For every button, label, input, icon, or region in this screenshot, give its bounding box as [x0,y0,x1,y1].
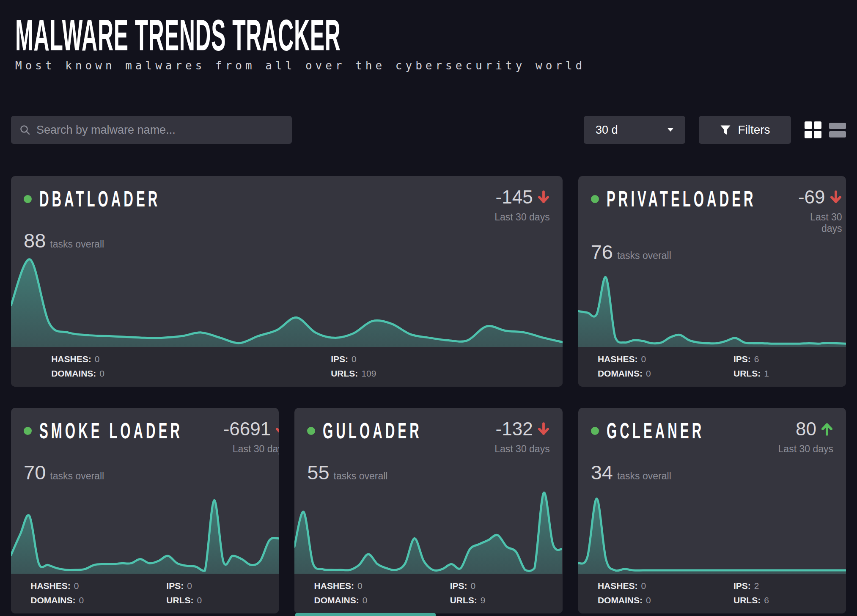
sparkline-chart [578,484,846,574]
trend-period-label: Last 30 days [494,212,549,223]
stat-ips: IPS:6 [733,354,846,364]
stat-ips: IPS:0 [331,354,562,364]
trend-period-label: Last 30 days [223,443,279,455]
search-icon [19,124,30,135]
trend-value: -6691 [223,419,271,439]
period-select[interactable]: 30 d [584,116,685,144]
stat-ips: IPS:0 [450,581,563,591]
trend-arrow-icon [821,422,833,436]
trend-arrow-icon [275,422,279,436]
stat-domains: DOMAINS:0 [30,595,166,605]
trend-arrow-icon [830,190,842,204]
status-dot [24,427,32,435]
card-stats-footer: HASHES:0 IPS:2 DOMAINS:0 URLS:6 [578,574,846,613]
page-subtitle: Most known malwares from all over the cy… [15,59,846,72]
malware-name: DBATLOADER [39,187,160,212]
stat-urls: URLS:9 [450,595,563,605]
malware-card[interactable]: SMOKE LOADER -6691 Last 30 days 70 tasks… [11,408,279,613]
sparkline-chart [11,252,563,347]
search-box[interactable] [11,116,292,144]
stat-urls: URLS:6 [733,595,846,605]
malware-name: SMOKE LOADER [39,419,183,443]
bottom-partial-bar [295,613,436,616]
sparkline-chart [294,484,562,574]
tasks-count-suffix: tasks overall [617,470,671,482]
stat-domains: DOMAINS:0 [314,595,450,605]
filters-button[interactable]: Filters [699,116,791,144]
malware-card[interactable]: GULOADER -132 Last 30 days 55 tasks over… [294,408,562,613]
stat-hashes: HASHES:0 [30,581,166,591]
trend-arrow-icon [537,422,550,436]
tasks-count-suffix: tasks overall [617,250,671,261]
tasks-count-suffix: tasks overall [334,470,388,482]
trend-arrow-icon [537,190,550,204]
tasks-count-suffix: tasks overall [50,239,104,250]
trend-period-label: Last 30 days [494,443,549,455]
status-dot [24,195,32,203]
malware-name: PRIVATELOADER [607,187,756,212]
tasks-count: 76 [591,240,613,264]
sparkline-chart [11,484,279,574]
chevron-down-icon [667,128,673,132]
trend-value: -145 [496,187,533,207]
status-dot [591,427,599,435]
grid-view-icon[interactable] [805,121,821,138]
trend-period-label: Last 30 days [778,443,833,455]
stat-urls: URLS:1 [733,368,846,379]
trend-value: -132 [496,419,533,439]
stat-domains: DOMAINS:0 [598,368,733,379]
stat-ips: IPS:0 [166,581,279,591]
card-stats-footer: HASHES:0 IPS:0 DOMAINS:0 URLS:0 [11,574,279,613]
card-stats-footer: HASHES:0 IPS:6 DOMAINS:0 URLS:1 [578,347,846,387]
status-dot [591,195,599,203]
tasks-count: 55 [307,461,329,484]
status-dot [307,427,315,435]
stat-hashes: HASHES:0 [598,354,733,364]
page-title: MALWARE TRENDS TRACKER [15,14,563,57]
period-select-value: 30 d [596,124,618,137]
malware-name: GULOADER [323,419,422,443]
filters-button-label: Filters [738,123,770,137]
stat-hashes: HASHES:0 [314,581,450,591]
malware-cards-grid: DBATLOADER -145 Last 30 days 88 tasks ov… [11,176,846,613]
tasks-count: 88 [24,229,46,252]
trend-value: -69 [798,187,825,207]
sparkline-chart [578,264,846,347]
tasks-count: 70 [24,461,46,484]
malware-card[interactable]: PRIVATELOADER -69 Last 30 days 76 tasks … [578,176,846,387]
list-view-icon[interactable] [829,121,846,138]
trend-period-label: Last 30 days [798,212,842,234]
filter-funnel-icon [720,124,731,136]
tasks-count: 34 [591,461,613,484]
stat-urls: URLS:109 [331,368,562,379]
toolbar: 30 d Filters [11,116,846,144]
tasks-count-suffix: tasks overall [50,470,104,482]
stat-ips: IPS:2 [733,581,846,591]
stat-urls: URLS:0 [166,595,279,605]
stat-domains: DOMAINS:0 [598,595,733,605]
stat-hashes: HASHES:0 [598,581,733,591]
view-toggles [805,121,846,138]
trend-value: 80 [796,419,816,439]
malware-name: GCLEANER [607,419,704,443]
malware-card[interactable]: DBATLOADER -145 Last 30 days 88 tasks ov… [11,176,563,387]
stat-domains: DOMAINS:0 [51,368,331,379]
stat-hashes: HASHES:0 [51,354,331,364]
malware-card[interactable]: GCLEANER 80 Last 30 days 34 tasks overal… [578,408,846,613]
card-stats-footer: HASHES:0 IPS:0 DOMAINS:0 URLS:9 [294,574,562,613]
card-stats-footer: HASHES:0 IPS:0 DOMAINS:0 URLS:109 [11,347,563,387]
search-input[interactable] [36,124,283,137]
